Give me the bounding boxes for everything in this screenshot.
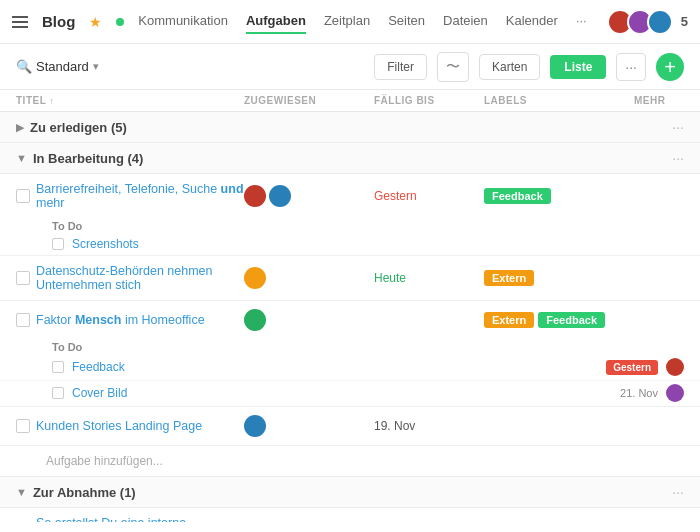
task-labels: Extern — [484, 270, 634, 286]
subtask-title[interactable]: Screenshots — [72, 237, 684, 251]
task-row-faktor: Faktor Mensch im Homeoffice Extern Feedb… — [0, 301, 700, 407]
add-task-button-inline[interactable]: Aufgabe hinzufügen... — [0, 446, 700, 476]
assignee-avatar — [269, 185, 291, 207]
task-title[interactable]: Datenschutz-Behörden nehmen Unternehmen … — [36, 264, 244, 292]
task-labels: Extern Feedback — [484, 312, 634, 328]
task-assignees — [244, 415, 374, 437]
col-header-title: TITEL ↑ — [16, 95, 244, 106]
add-task-button[interactable]: + — [656, 53, 684, 81]
nav-right: 5 — [607, 9, 688, 35]
nav-link-seiten[interactable]: Seiten — [388, 9, 425, 34]
task-title-cell: Kunden Stories Landing Page — [16, 419, 244, 433]
group-title-zur-abnahme: Zur Abnahme (1) — [33, 485, 672, 500]
nav-link-aufgaben[interactable]: Aufgaben — [246, 9, 306, 34]
nav-links: Kommunikation Aufgaben Zeitplan Seiten D… — [138, 9, 592, 34]
task-checkbox[interactable] — [16, 313, 30, 327]
subtask-avatar-purple — [666, 384, 684, 402]
task-row: Barrierefreiheit, Telefonie, Suche und m… — [0, 174, 700, 256]
brand-title: Blog — [42, 13, 75, 30]
task-due: 19. Nov — [374, 419, 484, 433]
nav-link-kalender[interactable]: Kalender — [506, 9, 558, 34]
task-checkbox[interactable] — [16, 271, 30, 285]
group-toggle-zur-abnahme[interactable]: ▼ — [16, 486, 27, 498]
group-more-zur-abnahme[interactable]: ··· — [672, 484, 684, 500]
task-title-cell: Barrierefreiheit, Telefonie, Suche und m… — [16, 182, 244, 210]
activity-button[interactable]: 〜 — [437, 52, 469, 82]
group-header-in-bearbeitung[interactable]: ▼ In Bearbeitung (4) ··· — [0, 143, 700, 174]
subtask-row-feedback: Feedback Gestern — [0, 355, 700, 381]
more-options-button[interactable]: ··· — [616, 53, 646, 81]
task-title[interactable]: Faktor Mensch im Homeoffice — [36, 313, 205, 327]
label-badge-extern-2: Extern — [484, 312, 534, 328]
task-checkbox[interactable] — [16, 419, 30, 433]
task-title[interactable]: Barrierefreiheit, Telefonie, Suche und m… — [36, 182, 244, 210]
nav-link-dateien[interactable]: Dateien — [443, 9, 488, 34]
top-nav: Blog ★ Kommunikation Aufgaben Zeitplan S… — [0, 0, 700, 44]
subtask-row-cover: Cover Bild 21. Nov — [0, 381, 700, 406]
group-title-in-bearbeitung: In Bearbeitung (4) — [33, 151, 672, 166]
task-labels: Feedback — [484, 188, 634, 204]
task-assignees — [244, 267, 374, 289]
nav-link-more[interactable]: ··· — [576, 9, 587, 34]
task-title-cell: Datenschutz-Behörden nehmen Unternehmen … — [16, 264, 244, 292]
col-header-due: FÄLLIG BIS — [374, 95, 484, 106]
subtask-label: To Do — [0, 218, 700, 234]
label-badge-feedback-2: Feedback — [538, 312, 605, 328]
liste-button[interactable]: Liste — [550, 55, 606, 79]
table-header: TITEL ↑ ZUGEWIESEN FÄLLIG BIS LABELS MEH… — [0, 90, 700, 112]
col-header-assigned: ZUGEWIESEN — [244, 95, 374, 106]
label-badge-extern: Extern — [484, 270, 534, 286]
toolbar: 🔍 Standard ▾ Filter 〜 Karten Liste ··· + — [0, 44, 700, 90]
nav-link-kommunikation[interactable]: Kommunikation — [138, 9, 228, 34]
task-due: Heute — [374, 271, 484, 285]
assignee-avatar — [244, 267, 266, 289]
group-header-zu-erledigen[interactable]: ▶ Zu erledigen (5) ··· — [0, 112, 700, 143]
group-header-zur-abnahme[interactable]: ▼ Zur Abnahme (1) ··· — [0, 476, 700, 508]
group-toggle-zu-erledigen[interactable]: ▶ — [16, 121, 24, 134]
avatar-3 — [647, 9, 673, 35]
group-toggle-in-bearbeitung[interactable]: ▼ — [16, 152, 27, 164]
task-title-cell: So erstellst Du eine interne Knowledge B… — [16, 516, 244, 522]
karten-button[interactable]: Karten — [479, 54, 540, 80]
task-title-cell: Faktor Mensch im Homeoffice — [16, 313, 244, 327]
task-title[interactable]: So erstellst Du eine interne Knowledge B… — [36, 516, 244, 522]
view-label: Standard — [36, 59, 89, 74]
nav-link-zeitplan[interactable]: Zeitplan — [324, 9, 370, 34]
subtask-title-cover[interactable]: Cover Bild — [72, 386, 612, 400]
group-in-bearbeitung: ▼ In Bearbeitung (4) ··· Barrierefreihei… — [0, 143, 700, 476]
task-row-knowledge: So erstellst Du eine interne Knowledge B… — [0, 508, 700, 522]
task-row: Datenschutz-Behörden nehmen Unternehmen … — [0, 256, 700, 301]
menu-icon[interactable] — [12, 16, 28, 28]
search-icon: 🔍 — [16, 59, 32, 74]
task-checkbox[interactable] — [16, 189, 30, 203]
subtask-checkbox[interactable] — [52, 238, 64, 250]
col-header-more: MEHR — [634, 95, 684, 106]
task-due: Gestern — [374, 189, 484, 203]
group-zu-erledigen: ▶ Zu erledigen (5) ··· — [0, 112, 700, 143]
assignee-avatar — [244, 415, 266, 437]
assignee-avatar — [244, 309, 266, 331]
subtask-avatar-red — [666, 358, 684, 376]
task-row-kunden: Kunden Stories Landing Page 19. Nov — [0, 407, 700, 446]
task-title[interactable]: Kunden Stories Landing Page — [36, 419, 202, 433]
filter-button[interactable]: Filter — [374, 54, 427, 80]
subtask-checkbox[interactable] — [52, 361, 64, 373]
subtask-section: To Do Screenshots — [0, 218, 700, 255]
task-assignees — [244, 309, 374, 331]
search-view-selector[interactable]: 🔍 Standard ▾ — [16, 59, 99, 74]
subtask-date-badge-overdue: Gestern — [606, 360, 658, 375]
chevron-down-icon: ▾ — [93, 60, 99, 73]
group-more-zu-erledigen[interactable]: ··· — [672, 119, 684, 135]
subtask-label-3: To Do — [0, 339, 700, 355]
task-assignees — [244, 185, 374, 207]
subtask-title-feedback[interactable]: Feedback — [72, 360, 598, 374]
group-more-in-bearbeitung[interactable]: ··· — [672, 150, 684, 166]
nav-avatars — [607, 9, 673, 35]
brand-dot-icon — [116, 18, 124, 26]
nav-count: 5 — [681, 14, 688, 29]
group-zur-abnahme: ▼ Zur Abnahme (1) ··· So erstellst Du ei… — [0, 476, 700, 522]
label-badge-feedback: Feedback — [484, 188, 551, 204]
subtask-checkbox[interactable] — [52, 387, 64, 399]
col-header-labels: LABELS — [484, 95, 634, 106]
brand-star-icon: ★ — [89, 14, 102, 30]
